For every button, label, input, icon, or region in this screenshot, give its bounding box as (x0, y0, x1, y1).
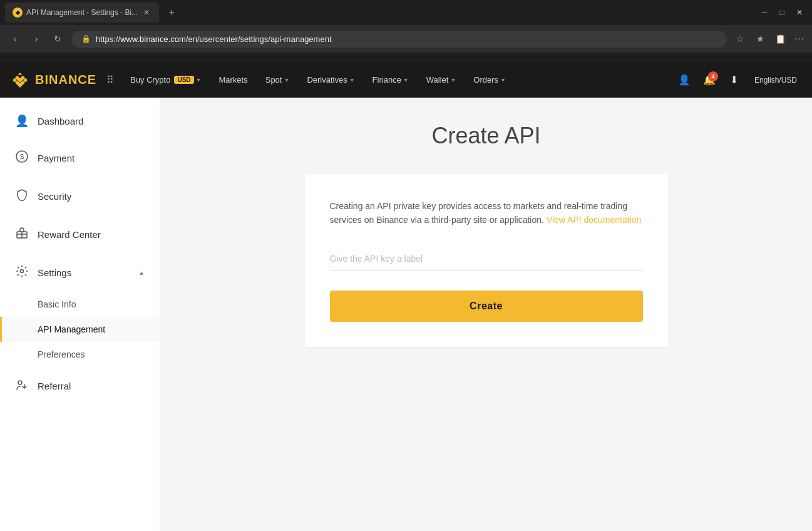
svg-point-11 (18, 381, 22, 384)
url-bar[interactable]: 🔒 https://www.binance.com/en/usercenter/… (71, 31, 727, 48)
sidebar-item-basic-info[interactable]: Basic Info (0, 292, 160, 317)
nav-orders[interactable]: Orders ▼ (467, 75, 512, 85)
page-layout: 👤 Dashboard $ Payment Security (0, 98, 812, 531)
nav-wallet[interactable]: Wallet ▼ (420, 75, 463, 85)
address-actions: ☆ ★ 📋 (733, 31, 788, 46)
sidebar: 👤 Dashboard $ Payment Security (0, 98, 160, 531)
svg-marker-0 (18, 73, 23, 75)
close-button[interactable]: ✕ (792, 5, 807, 20)
sidebar-item-preferences[interactable]: Preferences (0, 342, 160, 367)
url-path: /en/usercenter/settings/api-management (186, 34, 332, 44)
sidebar-item-api-management[interactable]: API Management (0, 317, 160, 342)
language-button[interactable]: English/USD (749, 76, 802, 85)
svg-point-10 (21, 270, 24, 273)
api-management-label: API Management (38, 324, 105, 334)
nav-spot[interactable]: Spot ▼ (259, 75, 296, 85)
sidebar-item-referral[interactable]: Referral (0, 367, 160, 405)
binance-logo-text: BINANCE (35, 73, 96, 87)
finance-dropdown-icon: ▼ (403, 77, 409, 83)
spot-dropdown-icon: ▼ (284, 77, 289, 83)
api-key-label-input[interactable] (330, 247, 643, 271)
sidebar-item-settings[interactable]: Settings ▲ (0, 254, 160, 292)
top-navbar: BINANCE ⠿ Buy Crypto USD ▼ Markets Spot … (0, 63, 812, 98)
browser-menu-button[interactable]: ··· (794, 33, 804, 44)
api-doc-link[interactable]: View API documentation (547, 215, 642, 225)
page-title: Create API (431, 123, 540, 149)
download-button[interactable]: ⬇ (724, 70, 744, 90)
binance-logo[interactable]: BINANCE (10, 70, 96, 90)
buy-crypto-dropdown-icon: ▼ (196, 77, 202, 83)
sidebar-label-security: Security (38, 191, 71, 202)
grid-menu-icon[interactable]: ⠿ (106, 74, 114, 86)
settings-icon (15, 265, 29, 281)
reward-center-icon (15, 227, 29, 242)
reload-button[interactable]: ↻ (50, 31, 65, 46)
tab-close-button[interactable]: ✕ (141, 8, 152, 18)
sidebar-item-reward-center[interactable]: Reward Center (0, 215, 160, 254)
create-api-button[interactable]: Create (330, 291, 643, 322)
url-text: https://www.binance.com/en/usercenter/se… (96, 34, 332, 44)
bookmark-star-icon[interactable]: ☆ (733, 31, 748, 46)
main-content: Create API Creating an API private key p… (160, 98, 812, 531)
dashboard-icon: 👤 (15, 114, 29, 128)
title-bar: ◆ API Management - Settings - Bi... ✕ + … (0, 0, 812, 25)
reading-list-icon[interactable]: ★ (753, 31, 768, 46)
sidebar-label-reward-center: Reward Center (38, 229, 101, 240)
security-icon (15, 188, 29, 204)
sidebar-item-payment[interactable]: $ Payment (0, 139, 160, 177)
sidebar-label-dashboard: Dashboard (38, 116, 83, 126)
derivatives-dropdown-icon: ▼ (349, 77, 355, 83)
svg-text:$: $ (20, 153, 24, 160)
referral-icon (15, 378, 29, 394)
maximize-button[interactable]: □ (774, 5, 789, 20)
forward-button[interactable]: › (29, 31, 44, 46)
notifications-button[interactable]: 🔔 4 (699, 70, 719, 90)
collections-icon[interactable]: 📋 (773, 31, 788, 46)
sidebar-item-dashboard[interactable]: 👤 Dashboard (0, 103, 160, 139)
payment-icon: $ (15, 150, 29, 166)
preferences-label: Preferences (38, 349, 85, 359)
settings-expand-icon: ▲ (138, 269, 145, 276)
sidebar-label-payment: Payment (38, 153, 75, 163)
nav-markets[interactable]: Markets (212, 75, 254, 85)
sidebar-label-settings: Settings (38, 267, 71, 278)
basic-info-label: Basic Info (38, 299, 76, 309)
address-bar: ‹ › ↻ 🔒 https://www.binance.com/en/userc… (0, 25, 812, 53)
sidebar-label-referral: Referral (38, 381, 71, 391)
api-description: Creating an API private key provides acc… (330, 199, 643, 227)
back-button[interactable]: ‹ (8, 31, 23, 46)
minimize-button[interactable]: ─ (757, 5, 772, 20)
window-controls: ─ □ ✕ (757, 5, 807, 20)
browser-tab[interactable]: ◆ API Management - Settings - Bi... ✕ (5, 3, 159, 23)
nav-buy-crypto[interactable]: Buy Crypto USD ▼ (124, 75, 207, 85)
tab-title: API Management - Settings - Bi... (26, 8, 138, 17)
lock-icon: 🔒 (81, 34, 91, 43)
orders-dropdown-icon: ▼ (500, 77, 506, 83)
new-tab-button[interactable]: + (164, 5, 179, 20)
tab-favicon: ◆ (13, 8, 23, 18)
notification-count: 4 (708, 71, 718, 81)
nav-finance[interactable]: Finance ▼ (366, 75, 415, 85)
sidebar-item-security[interactable]: Security (0, 177, 160, 215)
profile-button[interactable]: 👤 (674, 70, 694, 90)
wallet-dropdown-icon: ▼ (450, 77, 456, 83)
usd-badge: USD (174, 76, 193, 84)
nav-derivatives[interactable]: Derivatives ▼ (301, 75, 361, 85)
url-domain: www.binance.com (120, 34, 186, 44)
api-card: Creating an API private key provides acc… (305, 174, 668, 347)
